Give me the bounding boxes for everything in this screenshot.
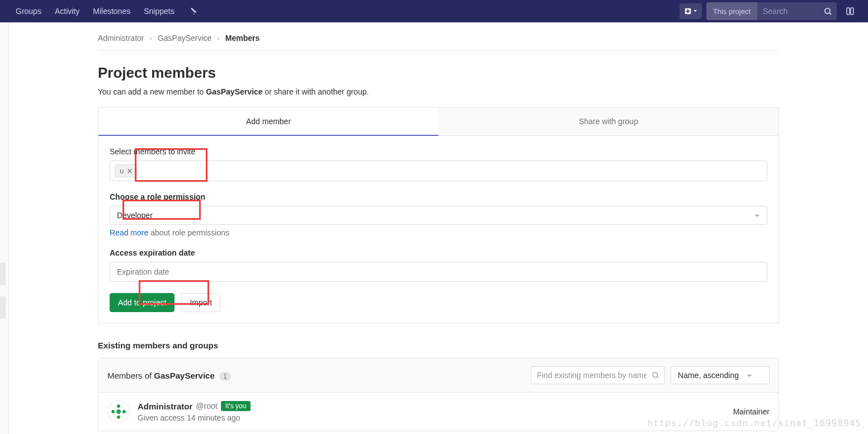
header-nav: Groups Activity Milestones Snippets (9, 0, 181, 22)
expiration-date-input[interactable] (110, 262, 767, 282)
import-button[interactable]: Import (181, 293, 220, 312)
title-prefix: Members of (107, 371, 154, 380)
help-rest: about role permissions (148, 228, 229, 237)
member-chip[interactable]: u ✕ (115, 164, 138, 177)
identicon-icon (107, 400, 130, 423)
add-member-panel: Select members to invite u ✕ Choose a ro… (98, 136, 779, 324)
breadcrumb-separator: › (149, 34, 152, 43)
read-more-link[interactable]: Read more (110, 228, 148, 237)
members-panel: Members of GasPayService 1 Name, ascendi… (98, 358, 779, 431)
sort-value: Name, ascending (678, 371, 739, 380)
svg-rect-6 (851, 8, 853, 15)
member-info: Administrator @root It's you Given acces… (138, 401, 251, 422)
svg-point-7 (653, 372, 658, 378)
chevron-down-icon (747, 372, 752, 378)
svg-line-4 (829, 13, 831, 15)
add-to-project-button[interactable]: Add to project (110, 293, 174, 312)
page-title: Project members (98, 64, 779, 82)
role-help-text: Read more about role permissions (110, 228, 767, 237)
header-right: This project (680, 2, 859, 20)
members-panel-title: Members of GasPayService 1 (107, 371, 231, 380)
nav-snippets[interactable]: Snippets (137, 0, 181, 22)
breadcrumb-separator: › (217, 34, 220, 43)
chip-text: u (120, 167, 124, 175)
tab-add-member[interactable]: Add member (98, 108, 438, 136)
subtitle-text: or share it with another group. (262, 87, 369, 96)
search-icon (652, 371, 659, 379)
expiration-label: Access expiration date (110, 248, 767, 257)
role-label: Choose a role permission (110, 192, 767, 201)
collapsed-sidebar (0, 22, 9, 434)
its-you-badge: It's you (221, 401, 251, 411)
nav-groups[interactable]: Groups (9, 0, 48, 22)
member-count-badge: 1 (219, 372, 231, 381)
subtitle-project: GasPayService (206, 87, 262, 96)
search-icon[interactable] (819, 2, 837, 20)
member-role: Maintainer (733, 407, 770, 416)
new-dropdown-button[interactable] (680, 3, 702, 19)
sidebar-marker (0, 296, 6, 319)
member-row: Administrator @root It's you Given acces… (98, 393, 779, 431)
search-container: This project (706, 2, 837, 20)
chevron-down-icon (693, 9, 697, 13)
members-panel-header: Members of GasPayService 1 Name, ascendi… (98, 358, 779, 393)
breadcrumb: Administrator › GasPayService › Members (98, 22, 779, 51)
role-value: Developer (117, 211, 153, 220)
search-input[interactable] (757, 7, 819, 16)
sidebar-marker (0, 263, 6, 285)
breadcrumb-root[interactable]: Administrator (98, 34, 144, 43)
sort-select[interactable]: Name, ascending (671, 366, 770, 384)
member-handle: @root (196, 402, 217, 411)
filter-wrap (531, 366, 665, 384)
subtitle-text: You can add a new member to (98, 87, 206, 96)
breadcrumb-project[interactable]: GasPayService (158, 34, 211, 43)
tab-share-group[interactable]: Share with group (438, 108, 779, 136)
svg-rect-5 (847, 8, 850, 15)
chip-remove-icon[interactable]: ✕ (127, 167, 133, 175)
member-tabs: Add member Share with group (98, 107, 779, 136)
svg-point-3 (824, 8, 829, 13)
top-header: Groups Activity Milestones Snippets This… (0, 0, 868, 22)
search-scope[interactable]: This project (706, 2, 757, 20)
svg-rect-2 (686, 11, 690, 12)
breadcrumb-current: Members (225, 34, 260, 43)
select-members-label: Select members to invite (110, 147, 767, 156)
filter-members-input[interactable] (531, 366, 665, 384)
svg-line-8 (657, 377, 659, 379)
existing-members-heading: Existing members and groups (98, 341, 779, 350)
role-select[interactable]: Developer (110, 206, 767, 225)
admin-wrench-icon[interactable] (190, 7, 199, 16)
member-select-input[interactable]: u ✕ (110, 161, 767, 181)
member-meta: Given access 14 minutes ago (138, 413, 251, 422)
main-content: Administrator › GasPayService › Members … (9, 22, 868, 434)
nav-activity[interactable]: Activity (48, 0, 86, 22)
member-name[interactable]: Administrator (138, 402, 192, 411)
chevron-down-icon (754, 213, 760, 218)
title-project: GasPayService (154, 371, 214, 380)
page-subtitle: You can add a new member to GasPayServic… (98, 87, 779, 96)
todos-icon[interactable] (841, 7, 859, 16)
avatar[interactable] (107, 400, 130, 423)
plus-icon (684, 7, 692, 15)
nav-milestones[interactable]: Milestones (86, 0, 137, 22)
